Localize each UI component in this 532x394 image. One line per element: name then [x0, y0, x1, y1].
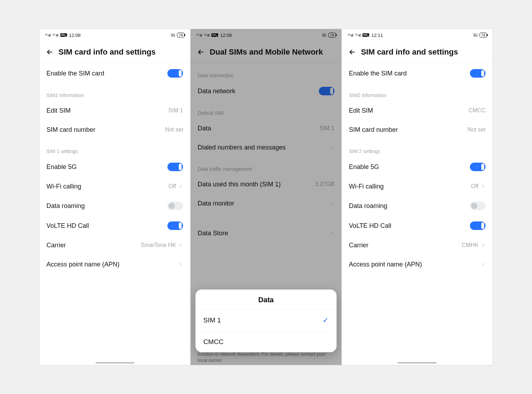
battery-icon: 74 [480, 33, 487, 38]
chevron-right-icon [481, 243, 486, 248]
back-icon[interactable] [46, 48, 54, 56]
row-dialed[interactable]: Dialed numbers and messages [190, 138, 341, 157]
page-header: SIM card info and settings [342, 41, 493, 63]
row-data-network[interactable]: Data network [190, 81, 341, 101]
row-enable-sim[interactable]: Enable the SIM card [39, 63, 190, 83]
sim-number-value: Not set [165, 126, 183, 133]
network-icon: 5G [473, 33, 477, 37]
hd-icon: HD2 [60, 33, 67, 37]
data-roaming-label: Data roaming [46, 202, 85, 210]
chevron-right-icon [329, 201, 334, 206]
edit-sim-value: CMCC [469, 107, 486, 114]
section-default-sim: Default SIM [190, 101, 341, 119]
row-data-roaming[interactable]: Data roaming [342, 196, 493, 216]
enable-5g-label: Enable 5G [349, 163, 379, 171]
sim-number-label: SIM card number [349, 126, 398, 134]
page-header: Dual SIMs and Mobile Network [190, 41, 341, 63]
row-data-used[interactable]: Data used this month (SIM 1) 3.27GB [190, 175, 341, 194]
data-network-label: Data network [198, 88, 235, 95]
page-title: SIM card info and settings [59, 47, 156, 57]
bottom-sheet-data: Data SIM 1 ✓ CMCC [195, 289, 336, 352]
data-roaming-label: Data roaming [349, 202, 387, 210]
sim-number-value: Not set [467, 126, 486, 133]
data-sim-value: SIM 1 [320, 125, 334, 131]
chevron-right-icon [329, 231, 334, 236]
row-carrier[interactable]: Carrier SmarTone HK [39, 236, 190, 255]
row-data-roaming[interactable]: Data roaming [39, 196, 190, 216]
data-network-toggle[interactable] [319, 87, 334, 95]
row-wifi-calling[interactable]: Wi-Fi calling Off [342, 177, 493, 196]
page-header: SIM card info and settings [39, 41, 190, 63]
enable-sim-toggle[interactable] [167, 69, 183, 78]
row-enable-5g[interactable]: Enable 5G [39, 157, 190, 177]
battery-icon: 74 [177, 33, 184, 38]
clock: 12:09 [220, 33, 232, 38]
signal-2-icon: ⁵ᴳ ıııl [52, 33, 58, 37]
check-icon: ✓ [322, 316, 329, 325]
volte-label: VoLTE HD Call [349, 222, 392, 230]
row-wifi-calling[interactable]: Wi-Fi calling Off [39, 177, 190, 196]
data-roaming-toggle[interactable] [167, 202, 183, 210]
wifi-calling-label: Wi-Fi calling [349, 183, 384, 190]
battery-icon: 74 [328, 33, 336, 38]
network-dependent-hint: function is network dependent. For detai… [198, 351, 334, 364]
volte-toggle[interactable] [167, 221, 183, 230]
data-store-label: Data Store [198, 230, 228, 237]
enable-5g-label: Enable 5G [46, 163, 77, 171]
home-indicator[interactable] [398, 362, 437, 364]
clock: 12:11 [371, 33, 383, 38]
row-data-sim[interactable]: Data SIM 1 [190, 119, 341, 138]
volte-toggle[interactable] [470, 221, 486, 230]
chevron-right-icon [178, 243, 183, 248]
data-roaming-toggle[interactable] [470, 202, 486, 210]
sheet-option-cmcc[interactable]: CMCC [195, 332, 336, 352]
section-traffic: Data traffic management [190, 157, 341, 175]
edit-sim-label: Edit SIM [349, 107, 373, 114]
chevron-right-icon [481, 262, 486, 267]
screen-sim1: ⁵ᴳ ıııl ⁵ᴳ ıııl HD2 12:08 5G 74 SIM card… [39, 29, 190, 365]
enable-sim-toggle[interactable] [470, 69, 486, 78]
wifi-calling-value: Off [471, 183, 478, 190]
clock: 12:08 [69, 33, 81, 38]
row-volte[interactable]: VoLTE HD Call [39, 216, 190, 236]
signal-2-icon: ⁵ᴳ ıııl [355, 33, 360, 37]
row-edit-sim[interactable]: Edit SIM CMCC [342, 101, 493, 120]
row-enable-sim[interactable]: Enable the SIM card [342, 63, 493, 83]
page-title: Dual SIMs and Mobile Network [210, 47, 323, 57]
chevron-right-icon [178, 184, 183, 189]
edit-sim-label: Edit SIM [46, 107, 71, 114]
row-sim-number[interactable]: SIM card number Not set [342, 120, 493, 139]
data-used-value: 3.27GB [315, 181, 334, 187]
data-monitor-label: Data monitor [198, 200, 234, 207]
row-data-store[interactable]: Data Store [190, 224, 341, 243]
section-data-connection: Data connection [190, 63, 341, 81]
statusbar: ⁵ᴳ ıııl ⁵ᴳ ıııl HD2 12:11 5G 74 [342, 29, 493, 41]
row-volte[interactable]: VoLTE HD Call [342, 216, 493, 236]
screen-dual-sim: ⁵ᴳ ıııl ⁵ᴳ ıııl HD2 12:09 5G 74 Dual SIM… [190, 29, 342, 365]
row-apn[interactable]: Access point name (APN) [39, 255, 190, 274]
chevron-right-icon [329, 145, 334, 150]
back-icon[interactable] [348, 48, 356, 56]
hd-icon: HD2 [362, 33, 369, 37]
row-data-monitor[interactable]: Data monitor [190, 194, 341, 213]
dialed-label: Dialed numbers and messages [198, 144, 286, 151]
row-sim-number[interactable]: SIM card number Not set [39, 120, 190, 139]
home-indicator[interactable] [95, 362, 134, 364]
hd-icon: HD2 [211, 33, 218, 37]
row-apn[interactable]: Access point name (APN) [342, 255, 493, 274]
section-sim1-info: SIM1 information [39, 83, 190, 101]
network-icon: 5G [171, 33, 175, 37]
row-enable-5g[interactable]: Enable 5G [342, 157, 493, 177]
volte-label: VoLTE HD Call [46, 222, 89, 230]
enable-sim-label: Enable the SIM card [349, 70, 407, 77]
row-carrier[interactable]: Carrier CMHK [342, 236, 493, 255]
enable-5g-toggle[interactable] [167, 163, 183, 171]
back-icon[interactable] [197, 48, 205, 56]
sheet-option-sim1[interactable]: SIM 1 ✓ [195, 309, 336, 332]
sim-number-label: SIM card number [46, 126, 95, 134]
enable-5g-toggle[interactable] [470, 163, 486, 171]
apn-label: Access point name (APN) [46, 261, 120, 268]
section-sim2-settings: SIM 2 settings [342, 139, 493, 157]
row-edit-sim[interactable]: Edit SIM SIM 1 [39, 101, 190, 120]
signal-1-icon: ⁵ᴳ ıııl [45, 33, 50, 37]
